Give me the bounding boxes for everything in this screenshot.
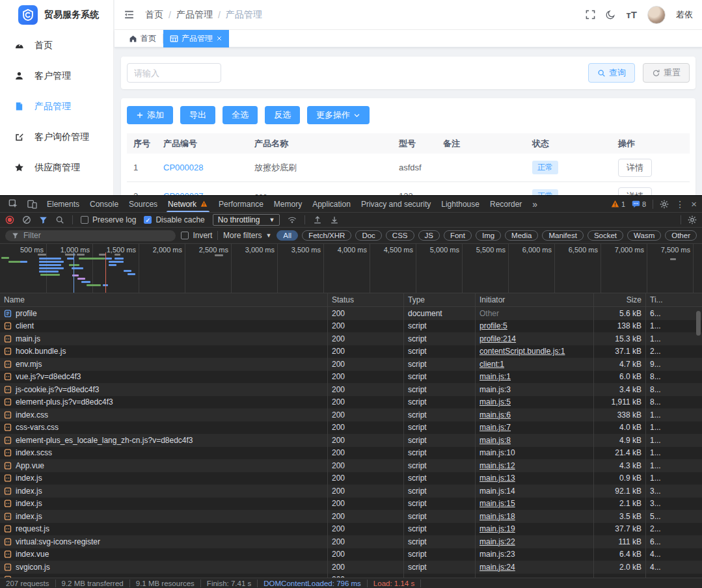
initiator-link[interactable]: main.js:19: [479, 524, 515, 533]
network-request-row[interactable]: App.vue200scriptmain.js:124.3 kB1...: [0, 459, 702, 472]
filter-chip-css[interactable]: CSS: [386, 230, 414, 241]
network-request-row[interactable]: index.js200scriptmain.js:1492.1 kB3...: [0, 485, 702, 498]
network-request-row[interactable]: env.mjs200scriptclient:14.7 kB9...: [0, 358, 702, 371]
sidebar-item-客户管理[interactable]: 客户管理: [0, 60, 113, 91]
network-request-row[interactable]: 200: [0, 574, 702, 578]
initiator-link[interactable]: main.js:1: [479, 372, 511, 381]
sidebar-item-供应商管理[interactable]: 供应商管理: [0, 152, 113, 183]
issues-badge[interactable]: 8: [632, 200, 646, 208]
network-request-row[interactable]: index.js200scriptmain.js:152.1 kB3...: [0, 498, 702, 511]
network-request-row[interactable]: index.vue200scriptmain.js:236.4 kB4...: [0, 548, 702, 561]
devtools-tab-network[interactable]: Network: [163, 196, 213, 212]
inspect-element-icon[interactable]: [4, 196, 23, 212]
devtools-tab-console[interactable]: Console: [85, 196, 124, 212]
kebab-menu-icon[interactable]: ⋮: [675, 199, 684, 209]
network-request-row[interactable]: hook.bundle.js200scriptcontentScript.bun…: [0, 345, 702, 358]
network-request-row[interactable]: svgicon.js200scriptmain.js:242.0 kB4...: [0, 561, 702, 574]
network-column-header-status[interactable]: Status: [327, 293, 403, 306]
initiator-link[interactable]: main.js:22: [479, 537, 515, 546]
network-request-row[interactable]: js-cookie.js?v=d8edc4f3200scriptmain.js:…: [0, 383, 702, 396]
detail-button[interactable]: 详情: [618, 159, 652, 177]
logo-row[interactable]: 贸易服务系统: [0, 0, 113, 30]
filter-input[interactable]: [23, 231, 170, 240]
sidebar-item-客户询价管理[interactable]: 客户询价管理: [0, 122, 113, 152]
filter-chip-fetch-xhr[interactable]: Fetch/XHR: [302, 230, 351, 241]
network-request-row[interactable]: profile200documentOther5.6 kB6...: [0, 307, 702, 320]
error-badge[interactable]: 1: [611, 200, 625, 208]
initiator-link[interactable]: main.js:5: [479, 397, 511, 407]
action-button-导出[interactable]: 导出: [180, 106, 215, 124]
reset-button[interactable]: 重置: [643, 63, 690, 83]
initiator-link[interactable]: main.js:6: [479, 410, 511, 420]
network-request-row[interactable]: element-plus_es_locale_lang_zh-cn.js?v=d…: [0, 434, 702, 447]
devtools-tab-performance[interactable]: Performance: [213, 196, 269, 212]
filter-chip-other[interactable]: Other: [665, 230, 697, 241]
search-network-icon[interactable]: [55, 215, 64, 224]
record-icon[interactable]: [5, 215, 14, 224]
network-request-row[interactable]: index.css200scriptmain.js:6338 kB1...: [0, 408, 702, 421]
close-devtools-icon[interactable]: ×: [691, 198, 697, 209]
more-filters-button[interactable]: More filters▼: [223, 231, 271, 240]
filter-chip-js[interactable]: JS: [418, 230, 440, 241]
network-column-header-initiator[interactable]: Initiator: [475, 293, 593, 306]
clear-icon[interactable]: [22, 215, 31, 224]
network-request-row[interactable]: main.js200scriptprofile:21415.3 kB1...: [0, 332, 702, 345]
network-request-row[interactable]: element-plus.js?v=d8edc4f3200scriptmain.…: [0, 396, 702, 409]
filter-chip-manifest[interactable]: Manifest: [542, 230, 583, 241]
filter-chip-doc[interactable]: Doc: [355, 230, 381, 241]
network-request-row[interactable]: request.js200scriptmain.js:1937.7 kB2...: [0, 523, 702, 536]
devtools-tab-lighthouse[interactable]: Lighthouse: [436, 196, 485, 212]
invert-checkbox[interactable]: Invert: [181, 231, 212, 240]
breadcrumb-item[interactable]: 首页: [145, 9, 163, 21]
initiator-link[interactable]: main.js:8: [479, 436, 511, 445]
more-tabs-icon[interactable]: »: [527, 196, 543, 212]
network-request-row[interactable]: virtual:svg-icons-register200scriptmain.…: [0, 535, 702, 548]
sidebar-item-首页[interactable]: 首页: [0, 30, 113, 60]
filter-chip-font[interactable]: Font: [444, 230, 472, 241]
devtools-tab-sources[interactable]: Sources: [124, 196, 163, 212]
initiator-link[interactable]: main.js:15: [479, 499, 515, 508]
tag-view-首页[interactable]: 首页: [122, 30, 163, 47]
network-request-row[interactable]: vue.js?v=d8edc4f3200scriptmain.js:16.0 k…: [0, 371, 702, 384]
filter-chip-socket[interactable]: Socket: [587, 230, 623, 241]
tag-view-产品管理[interactable]: 产品管理: [163, 30, 229, 47]
throttling-select[interactable]: No throttling▼: [213, 214, 280, 226]
action-button-更多操作[interactable]: 更多操作: [307, 106, 370, 124]
settings-gear-icon[interactable]: [660, 200, 669, 209]
initiator-link[interactable]: main.js:12: [479, 461, 515, 470]
scrollbar-thumb[interactable]: [696, 311, 701, 336]
detail-button[interactable]: 详情: [618, 187, 652, 196]
filter-toggle-icon[interactable]: [39, 216, 47, 224]
preserve-log-checkbox[interactable]: Preserve log: [81, 215, 136, 224]
avatar[interactable]: [647, 6, 666, 24]
initiator-link[interactable]: main.js:18: [479, 512, 515, 521]
devtools-tab-memory[interactable]: Memory: [269, 196, 307, 212]
filter-chip-img[interactable]: Img: [476, 230, 501, 241]
sidebar-collapse-icon[interactable]: [124, 9, 135, 20]
filter-chip-wasm[interactable]: Wasm: [627, 230, 661, 241]
disable-cache-checkbox[interactable]: ✓Disable cache: [144, 215, 204, 224]
breadcrumb-item[interactable]: 产品管理: [176, 9, 213, 21]
fullscreen-icon[interactable]: [586, 10, 595, 20]
network-request-row[interactable]: css-vars.css200scriptmain.js:74.0 kB1...: [0, 421, 702, 434]
network-column-header-name[interactable]: Name: [0, 293, 327, 306]
action-button-反选[interactable]: 反选: [265, 106, 300, 124]
product-code-link[interactable]: CP000028: [163, 163, 203, 172]
initiator-link[interactable]: client:1: [479, 360, 504, 369]
network-overview-timeline[interactable]: 500 ms1,000 ms1,500 ms2,000 ms2,500 ms3,…: [0, 244, 702, 293]
close-tab-icon[interactable]: [216, 35, 223, 42]
query-button[interactable]: 查询: [588, 63, 635, 83]
initiator-link[interactable]: main.js:13: [479, 474, 515, 483]
sidebar-item-产品管理[interactable]: 产品管理: [0, 91, 113, 122]
network-request-row[interactable]: index.js200scriptmain.js:130.9 kB1...: [0, 472, 702, 485]
action-button-添加[interactable]: 添加: [127, 106, 173, 124]
network-column-header-ti[interactable]: Ti...: [645, 293, 702, 306]
initiator-link[interactable]: main.js:7: [479, 423, 511, 432]
network-request-row[interactable]: client200scriptprofile:5138 kB1...: [0, 320, 702, 333]
network-column-header-size[interactable]: Size: [593, 293, 645, 306]
devtools-tab-recorder[interactable]: Recorder: [485, 196, 527, 212]
device-toolbar-icon[interactable]: [23, 196, 42, 212]
user-name[interactable]: 若依: [676, 9, 693, 21]
font-size-icon[interactable]: ᴛT: [626, 9, 637, 20]
dark-mode-moon-icon[interactable]: [606, 10, 615, 20]
